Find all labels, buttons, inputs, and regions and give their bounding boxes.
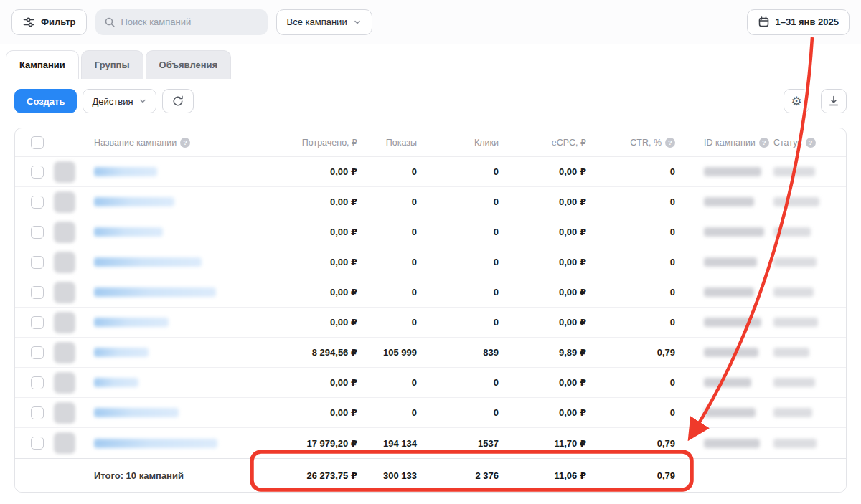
column-header-status[interactable]: Статус? [771, 138, 847, 148]
cell-ecpc: 0,00 ₽ [499, 196, 586, 207]
tab-campaigns[interactable]: Кампании [6, 50, 79, 79]
cell-ctr: 0 [586, 377, 675, 388]
column-label: Потрачено, ₽ [302, 137, 357, 148]
filter-button[interactable]: Фильтр [11, 9, 87, 35]
cell-ecpc: 0,00 ₽ [499, 317, 586, 328]
tabs: КампанииГруппыОбъявления [0, 44, 861, 79]
row-id-cell [675, 197, 771, 206]
blurred-campaign-name [94, 257, 202, 267]
blurred-status [773, 257, 817, 267]
blurred-status [773, 378, 815, 387]
toolbar-right-group: ⚙ [784, 89, 847, 113]
cell-shows: 0 [357, 257, 417, 267]
cell-clicks: 0 [417, 377, 499, 388]
toolbar: Создать Действия ⚙ [0, 79, 861, 123]
row-checkbox[interactable] [31, 226, 44, 239]
blurred-campaign-id [704, 287, 754, 297]
column-header-spent[interactable]: Потрачено, ₽ [243, 137, 357, 148]
row-status-cell [771, 408, 847, 417]
row-checkbox[interactable] [31, 256, 44, 269]
search-input[interactable] [121, 16, 259, 27]
column-header-shows[interactable]: Показы [357, 138, 417, 148]
help-icon[interactable]: ? [759, 138, 769, 148]
table-row: 0,00 ₽000,00 ₽0 [15, 277, 846, 308]
row-thumb-cell [48, 222, 81, 243]
totals-ecpc: 11,06 ₽ [499, 470, 586, 481]
tab-groups[interactable]: Группы [81, 50, 144, 79]
cell-shows: 105 999 [357, 347, 417, 358]
row-checkbox[interactable] [31, 346, 44, 359]
cell-ctr: 0,79 [586, 347, 675, 358]
blurred-campaign-thumbnail [54, 312, 75, 333]
help-icon[interactable]: ? [806, 138, 816, 148]
cell-clicks: 0 [417, 196, 499, 207]
row-checkbox[interactable] [31, 316, 44, 329]
search-box[interactable] [95, 9, 268, 35]
row-name-cell [81, 167, 243, 176]
table-row: 8 294,56 ₽105 9998399,89 ₽0,79 [15, 338, 846, 368]
row-thumb-cell [48, 342, 81, 363]
create-button-label: Создать [27, 96, 65, 107]
blurred-status [773, 408, 812, 417]
cell-shows: 0 [357, 196, 417, 207]
row-select-cell [15, 256, 48, 269]
row-name-cell [81, 257, 243, 267]
cell-ctr: 0 [586, 257, 675, 267]
row-name-cell [81, 439, 243, 448]
actions-dropdown[interactable]: Действия [83, 89, 156, 113]
row-select-cell [15, 226, 48, 239]
column-header-ctr[interactable]: CTR, %? [586, 138, 675, 148]
row-checkbox[interactable] [31, 437, 44, 450]
search-icon [104, 16, 116, 28]
help-icon[interactable]: ? [665, 138, 675, 148]
blurred-campaign-id [704, 348, 758, 357]
row-status-cell [771, 257, 847, 267]
column-label: ID кампании [704, 138, 756, 148]
date-range-button[interactable]: 1–31 янв 2025 [747, 9, 850, 35]
row-checkbox[interactable] [31, 286, 44, 299]
row-name-cell [81, 408, 243, 417]
row-thumb-cell [48, 432, 81, 454]
table-header: Название кампании?Потрачено, ₽ПоказыКлик… [15, 128, 846, 157]
topbar: Фильтр Все кампании 1–31 янв 2025 [0, 0, 861, 44]
download-button[interactable] [821, 89, 847, 113]
table-row: 0,00 ₽000,00 ₽0 [15, 187, 846, 217]
blurred-campaign-id [704, 408, 756, 417]
filter-button-label: Фильтр [41, 16, 76, 27]
blurred-campaign-name [94, 439, 217, 448]
column-header-ecpc[interactable]: eCPC, ₽ [499, 137, 586, 148]
blurred-campaign-thumbnail [54, 161, 75, 183]
help-icon[interactable]: ? [180, 138, 190, 148]
row-id-cell [675, 408, 771, 417]
row-checkbox[interactable] [31, 196, 44, 209]
tab-ads[interactable]: Объявления [146, 50, 232, 79]
row-checkbox[interactable] [31, 166, 44, 179]
cell-clicks: 0 [417, 257, 499, 267]
download-icon [827, 95, 840, 108]
refresh-button[interactable] [162, 89, 194, 113]
blurred-status [773, 287, 814, 297]
campaign-scope-select[interactable]: Все кампании [276, 9, 372, 35]
column-header-id[interactable]: ID кампании? [675, 138, 771, 148]
row-status-cell [771, 439, 847, 448]
row-name-cell [81, 227, 243, 237]
create-button[interactable]: Создать [14, 89, 77, 113]
row-name-cell [81, 378, 243, 387]
column-label: Статус [773, 138, 802, 148]
cell-spent: 0,00 ₽ [243, 257, 357, 267]
row-status-cell [771, 348, 847, 357]
select-all-checkbox[interactable] [31, 136, 44, 149]
cell-spent: 17 979,20 ₽ [243, 438, 357, 449]
column-header-name[interactable]: Название кампании? [81, 138, 243, 148]
table-row: 0,00 ₽000,00 ₽0 [15, 398, 846, 428]
settings-button[interactable]: ⚙ [784, 89, 809, 113]
blurred-campaign-id [704, 378, 751, 387]
cell-ecpc: 0,00 ₽ [499, 166, 586, 177]
row-checkbox[interactable] [31, 406, 44, 419]
cell-ctr: 0 [586, 317, 675, 328]
cell-clicks: 1537 [417, 438, 499, 449]
blurred-status [773, 318, 818, 327]
cell-ecpc: 0,00 ₽ [499, 287, 586, 298]
column-header-clicks[interactable]: Клики [417, 138, 499, 148]
row-checkbox[interactable] [31, 376, 44, 389]
